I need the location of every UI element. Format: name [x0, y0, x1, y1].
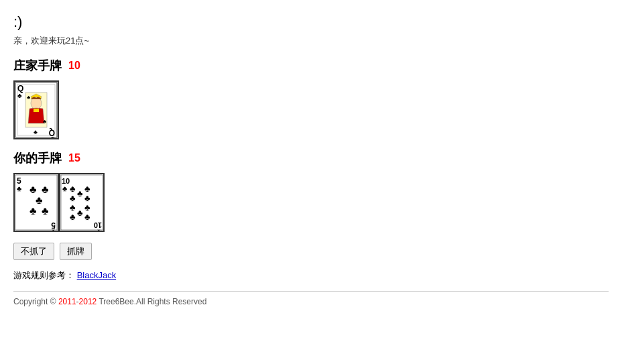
- svg-text:♣: ♣: [77, 208, 83, 218]
- svg-text:5: 5: [51, 221, 56, 230]
- svg-text:♣: ♣: [70, 193, 76, 203]
- dealer-score: 10: [68, 60, 80, 72]
- hit-button[interactable]: 抓牌: [60, 243, 92, 260]
- footer-company: Tree6Bee.All Rights Reserved: [97, 297, 206, 306]
- action-buttons: 不抓了 抓牌: [13, 243, 609, 260]
- svg-text:♣: ♣: [34, 129, 38, 135]
- welcome-text: 亲，欢迎来玩21点~: [13, 35, 609, 47]
- stand-button[interactable]: 不抓了: [13, 243, 54, 260]
- svg-text:♣: ♣: [84, 193, 90, 203]
- player-section-title: 你的手牌 15: [13, 150, 609, 166]
- svg-text:♣: ♣: [42, 205, 49, 217]
- svg-text:10: 10: [94, 221, 102, 229]
- player-label: 你的手牌: [13, 150, 62, 166]
- dealer-cards: Q ♣ Q ♣ ♣ ♣ ♣: [13, 80, 609, 139]
- footer-copyright-start: Copyright ©: [13, 297, 58, 306]
- footer-year1: 2011: [58, 297, 76, 306]
- svg-text:♣: ♣: [84, 184, 90, 194]
- dealer-section-title: 庄家手牌 10: [13, 58, 609, 74]
- dealer-label: 庄家手牌: [13, 58, 62, 74]
- player-cards: 5 ♣ 5 ♣ ♣ ♣ ♣ ♣ ♣ 10 ♣ 10 ♣ ♣ ♣ ♣ ♣ ♣ ♣ …: [13, 173, 609, 232]
- rules-prefix: 游戏规则参考：: [13, 270, 74, 280]
- player-card-10-clubs: 10 ♣ 10 ♣ ♣ ♣ ♣ ♣ ♣ ♣ ♣ ♣ ♣ ♣: [59, 173, 105, 232]
- svg-text:♣: ♣: [27, 95, 31, 101]
- svg-text:♣: ♣: [29, 184, 37, 195]
- svg-text:♣: ♣: [84, 212, 90, 222]
- svg-text:♣: ♣: [70, 184, 76, 194]
- footer-year2: 2012: [79, 297, 97, 306]
- svg-text:♣: ♣: [70, 202, 76, 213]
- svg-text:♣: ♣: [62, 184, 67, 192]
- svg-rect-9: [34, 109, 39, 112]
- svg-text:♣: ♣: [36, 194, 43, 206]
- player-score: 15: [68, 152, 80, 164]
- svg-text:♣: ♣: [51, 229, 56, 231]
- svg-text:♣: ♣: [42, 184, 49, 195]
- svg-text:♣: ♣: [97, 229, 101, 231]
- svg-text:♣: ♣: [84, 202, 90, 213]
- dealer-card-queen-clubs: Q ♣ Q ♣ ♣ ♣ ♣: [13, 80, 59, 139]
- svg-text:♣: ♣: [43, 119, 47, 125]
- svg-text:♣: ♣: [50, 135, 55, 138]
- player-card-5-clubs: 5 ♣ 5 ♣ ♣ ♣ ♣ ♣ ♣: [13, 173, 59, 232]
- smiley-text: :): [13, 13, 609, 31]
- svg-text:♣: ♣: [17, 184, 21, 192]
- svg-text:♣: ♣: [77, 188, 83, 198]
- rules-line: 游戏规则参考： BlackJack: [13, 269, 609, 282]
- footer: Copyright © 2011-2012 Tree6Bee.All Right…: [13, 291, 609, 306]
- svg-text:♣: ♣: [70, 212, 76, 222]
- blackjack-link[interactable]: BlackJack: [77, 270, 117, 280]
- svg-text:♣: ♣: [29, 205, 37, 217]
- svg-text:♣: ♣: [17, 92, 22, 99]
